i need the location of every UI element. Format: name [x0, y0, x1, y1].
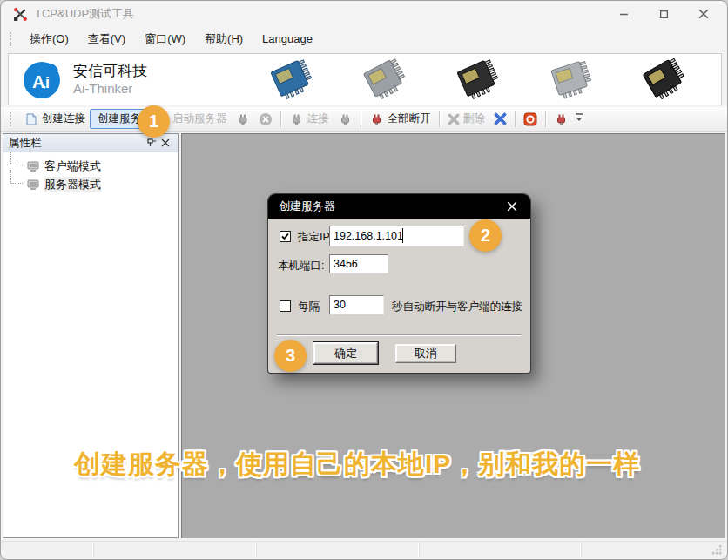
toolbar-gripper: [10, 112, 13, 126]
wifi-module-photo: [542, 57, 597, 101]
server-mode-icon: [26, 179, 40, 191]
toolbar-separator: [280, 111, 281, 127]
app-window: TCP&UDP测试工具 操作(O) 查看(V) 窗口(W) 帮助(H) Lang…: [0, 0, 728, 560]
step-badge-3: 3: [274, 340, 307, 372]
check-icon: [280, 232, 290, 241]
delete-all-button[interactable]: [489, 110, 511, 128]
connect-button: 连接: [285, 109, 334, 129]
stop-server-icon: [236, 112, 250, 126]
cancel-button-label: 取消: [415, 346, 437, 361]
interval-label: 每隔: [298, 300, 320, 314]
wifi-module-photo: [635, 57, 691, 101]
toolbar: 创建连接 创建服务器 启动服务器 连接 全部断开: [1, 107, 727, 132]
status-segment: [2, 542, 94, 558]
svg-text:i: i: [45, 74, 50, 91]
port-input[interactable]: [329, 254, 388, 273]
wifi-module-photo: [355, 57, 411, 101]
menu-help[interactable]: 帮助(H): [195, 28, 253, 51]
company-name: 安信可科技: [73, 63, 147, 80]
ai-thinker-logo-icon: A i: [21, 58, 63, 100]
step-badge-1: 1: [138, 105, 170, 138]
status-segment: [94, 542, 257, 558]
close-connection-button: [254, 110, 277, 129]
brand-logo: A i 安信可科技 Ai-Thinker: [21, 58, 244, 100]
wifi-module-photo: [448, 57, 504, 101]
menu-gripper: [10, 32, 13, 46]
new-connection-icon: [24, 112, 38, 126]
delete-label: 删除: [463, 111, 485, 126]
dialog-separator: [277, 334, 522, 336]
window-controls: [603, 1, 724, 27]
maximize-button[interactable]: [644, 1, 684, 27]
ok-button[interactable]: 确定: [313, 342, 378, 364]
start-server-label: 启动服务器: [172, 111, 227, 126]
toolbar-separator: [439, 111, 440, 127]
step-badge-2: 2: [469, 219, 502, 252]
toolbar-separator: [545, 111, 546, 127]
pin-button[interactable]: [145, 136, 158, 150]
menu-view[interactable]: 查看(V): [78, 28, 135, 51]
status-segment: [582, 542, 726, 558]
local-port-label: 本机端口:: [278, 259, 324, 273]
brand-banner: A i 安信可科技 Ai-Thinker: [8, 53, 722, 105]
cancel-button[interactable]: 取消: [395, 344, 456, 363]
stop-server-button: [232, 110, 254, 129]
stop-button[interactable]: [519, 110, 542, 129]
close-button[interactable]: [684, 1, 724, 27]
connect-icon: [289, 112, 304, 126]
menu-bar: 操作(O) 查看(V) 窗口(W) 帮助(H) Language: [1, 27, 727, 51]
cancel-circle-icon: [259, 112, 273, 126]
disconnect-all-button[interactable]: 全部断开: [365, 109, 435, 129]
tree-elbow: [10, 170, 23, 184]
app-icon: [13, 7, 28, 22]
disconnect-button: [334, 110, 357, 129]
tree-item-server-mode[interactable]: 服务器模式: [3, 175, 178, 193]
toolbar-separator: [361, 111, 361, 127]
toolbar-overflow-button[interactable]: [575, 112, 583, 125]
connect-label: 连接: [307, 111, 329, 126]
interval-checkbox[interactable]: [280, 300, 291, 312]
tree-item-label: 客户端模式: [44, 159, 101, 174]
create-connection-label: 创建连接: [42, 111, 85, 126]
minimize-button[interactable]: [603, 1, 644, 27]
wifi-module-photo: [262, 57, 318, 101]
titlebar: TCP&UDP测试工具: [1, 1, 727, 27]
disconnect-icon: [338, 112, 353, 126]
overflow-chevron-icon: [575, 112, 583, 123]
panel-close-button[interactable]: [158, 136, 172, 150]
tree-item-client-mode[interactable]: 客户端模式: [3, 157, 178, 175]
delete-button: 删除: [443, 109, 489, 129]
status-segment: [257, 542, 420, 558]
tree-item-label: 服务器模式: [44, 177, 101, 192]
stop-record-icon: [523, 112, 537, 126]
dialog-close-button[interactable]: [504, 199, 520, 214]
tree-elbow: [10, 152, 23, 165]
delete-icon: [448, 113, 460, 125]
client-mode-icon: [26, 160, 40, 172]
specify-ip-label: 指定IP: [298, 230, 330, 245]
interval-suffix-label: 秒自动断开与客户端的连接: [392, 300, 522, 314]
clear-button[interactable]: [549, 110, 573, 129]
disconnect-all-label: 全部断开: [388, 111, 431, 126]
specify-ip-checkbox[interactable]: [280, 231, 291, 242]
text-caret: [402, 228, 403, 243]
ip-input[interactable]: [329, 226, 464, 246]
menu-language[interactable]: Language: [253, 29, 322, 49]
module-gallery: [244, 57, 721, 101]
resize-grip[interactable]: [712, 545, 723, 556]
interval-input[interactable]: [329, 295, 384, 314]
svg-text:A: A: [32, 72, 44, 91]
brand-name: Ai-Thinker: [73, 81, 147, 96]
dialog-title: 创建服务器: [279, 199, 335, 214]
annotation-note: 创建服务器，使用自己的本地IP，别和我的一样: [74, 447, 640, 482]
ok-button-label: 确定: [334, 346, 357, 361]
toolbar-separator: [515, 111, 516, 127]
delete-all-icon: [494, 112, 507, 125]
mode-tree: 客户端模式 服务器模式: [3, 152, 178, 193]
status-segment: [420, 542, 582, 558]
properties-panel-title: 属性栏: [9, 136, 145, 151]
create-connection-button[interactable]: 创建连接: [20, 109, 90, 129]
menu-window[interactable]: 窗口(W): [135, 28, 195, 51]
menu-operate[interactable]: 操作(O): [20, 28, 78, 51]
window-title: TCP&UDP测试工具: [35, 6, 134, 22]
